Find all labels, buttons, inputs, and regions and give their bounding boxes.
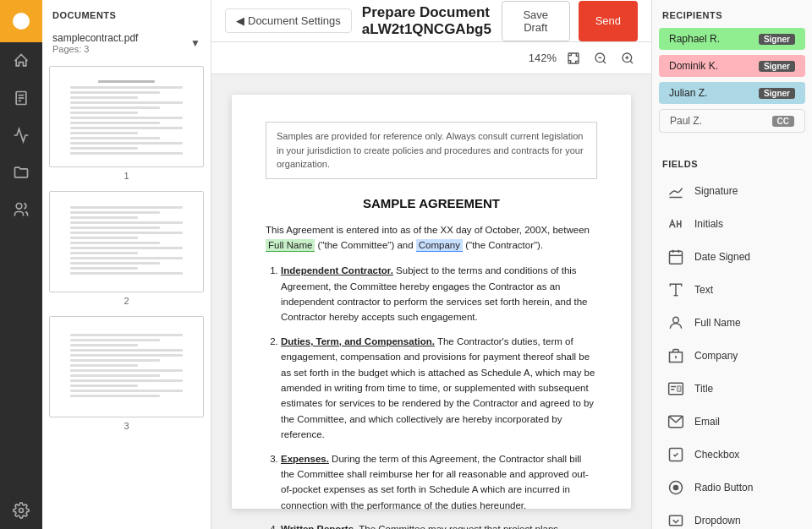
company-field[interactable]: Company bbox=[416, 239, 463, 252]
doc-page: Samples are provided for reference only.… bbox=[232, 95, 631, 509]
field-checkbox-label: Checkbox bbox=[694, 449, 739, 461]
date-signed-icon bbox=[666, 247, 686, 267]
recipient-dominik-name: Dominik K. bbox=[669, 60, 718, 72]
field-text[interactable]: Text bbox=[656, 274, 809, 306]
svg-rect-7 bbox=[568, 53, 579, 63]
field-email-label: Email bbox=[694, 416, 720, 428]
full-name-field[interactable]: Full Name bbox=[266, 239, 315, 252]
section-3-title: Expenses. bbox=[281, 454, 329, 464]
text-icon bbox=[666, 280, 686, 300]
field-signature[interactable]: Signature bbox=[656, 175, 809, 207]
recipient-paul[interactable]: Paul Z. CC bbox=[659, 109, 805, 133]
section-2: Duties, Term, and Compensation. The Cont… bbox=[281, 334, 597, 443]
doc-main-title: SAMPLE AGREEMENT bbox=[266, 196, 597, 210]
thumbnail-2-label: 2 bbox=[49, 296, 204, 306]
fields-section: Signature Initials Date Signed bbox=[652, 174, 812, 529]
thumbnail-3[interactable]: 3 bbox=[49, 316, 204, 431]
nav-people[interactable] bbox=[0, 191, 42, 228]
top-bar-actions: Save Draft Send bbox=[502, 1, 638, 41]
nav-document[interactable] bbox=[0, 79, 42, 117]
people-icon bbox=[13, 201, 30, 218]
nav-chart[interactable] bbox=[0, 117, 42, 154]
doc-page-count: Pages: 3 bbox=[52, 44, 138, 54]
notice-box: Samples are provided for reference only.… bbox=[266, 122, 597, 179]
chart-icon bbox=[13, 127, 30, 144]
recipient-raphael-name: Raphael R. bbox=[669, 33, 720, 45]
send-button[interactable]: Send bbox=[579, 1, 638, 41]
checkbox-icon bbox=[666, 444, 686, 465]
svg-rect-19 bbox=[670, 251, 683, 264]
recipient-dominik[interactable]: Dominik K. Signer bbox=[659, 55, 805, 77]
field-checkbox[interactable]: Checkbox bbox=[656, 439, 809, 471]
radio-icon bbox=[666, 477, 686, 498]
field-title[interactable]: Title bbox=[656, 373, 809, 405]
svg-point-25 bbox=[673, 317, 679, 323]
document-content-area[interactable]: Samples are provided for reference only.… bbox=[211, 74, 651, 529]
document-icon bbox=[13, 90, 30, 106]
svg-point-6 bbox=[19, 509, 24, 513]
thumbnail-3-label: 3 bbox=[49, 421, 204, 431]
svg-rect-36 bbox=[670, 515, 683, 526]
document-sections: Independent Contractor. Subject to the t… bbox=[266, 263, 597, 529]
nav-settings-group[interactable] bbox=[0, 492, 42, 529]
email-icon bbox=[666, 412, 686, 432]
recipient-julian[interactable]: Julian Z. Signer bbox=[659, 82, 805, 104]
field-dropdown[interactable]: Dropdown bbox=[656, 504, 809, 529]
zoom-in-button[interactable] bbox=[617, 50, 638, 67]
section-4-title: Written Reports. bbox=[281, 524, 356, 529]
thumbnails-list: 1 2 bbox=[42, 59, 211, 529]
zoom-in-icon bbox=[621, 52, 634, 65]
recipient-dominik-badge: Signer bbox=[759, 61, 795, 72]
doc-file-info: samplecontract.pdf Pages: 3 ▼ bbox=[42, 27, 211, 59]
back-chevron-icon: ◀ bbox=[236, 14, 244, 27]
fit-icon bbox=[567, 52, 580, 65]
back-to-settings-button[interactable]: ◀ Document Settings bbox=[225, 8, 352, 33]
fields-header: FIELDS bbox=[652, 149, 812, 174]
field-radio[interactable]: Radio Button bbox=[656, 472, 809, 504]
svg-point-0 bbox=[13, 13, 30, 30]
field-initials[interactable]: Initials bbox=[656, 208, 809, 240]
field-date-signed[interactable]: Date Signed bbox=[656, 241, 809, 273]
company-icon bbox=[666, 346, 686, 366]
initials-icon bbox=[666, 214, 686, 234]
title-icon bbox=[666, 379, 686, 399]
home-icon bbox=[13, 52, 30, 69]
thumbnail-2[interactable]: 2 bbox=[49, 191, 204, 306]
thumbnail-1[interactable]: 1 bbox=[49, 66, 204, 181]
app-logo[interactable] bbox=[0, 0, 42, 42]
field-company[interactable]: Company bbox=[656, 340, 809, 372]
svg-line-9 bbox=[603, 61, 606, 63]
section-2-title: Duties, Term, and Compensation. bbox=[281, 336, 435, 346]
back-button-label: Document Settings bbox=[248, 14, 341, 27]
zoom-out-icon bbox=[594, 52, 607, 65]
field-email[interactable]: Email bbox=[656, 406, 809, 438]
svg-point-5 bbox=[16, 204, 22, 210]
left-sidebar bbox=[0, 0, 42, 529]
section-3: Expenses. During the term of this Agreem… bbox=[281, 451, 597, 514]
recipient-paul-badge: CC bbox=[772, 116, 794, 127]
doc-dropdown-btn[interactable]: ▼ bbox=[190, 37, 200, 49]
settings-group-icon bbox=[13, 502, 30, 519]
nav-home[interactable] bbox=[0, 42, 42, 79]
zoom-level: 142% bbox=[529, 52, 557, 64]
signature-icon bbox=[666, 181, 686, 201]
field-full-name[interactable]: Full Name bbox=[656, 307, 809, 339]
field-signature-label: Signature bbox=[694, 185, 738, 197]
save-draft-button[interactable]: Save Draft bbox=[502, 1, 570, 41]
field-title-label: Title bbox=[694, 383, 713, 395]
section-2-text: The Contractor's duties, term of engagem… bbox=[281, 336, 595, 439]
folder-icon bbox=[13, 164, 30, 181]
svg-point-35 bbox=[673, 485, 679, 491]
main-area: ◀ Document Settings Prepare Document aLW… bbox=[211, 0, 651, 529]
fit-page-button[interactable] bbox=[563, 50, 584, 67]
nav-folder[interactable] bbox=[0, 154, 42, 191]
thumbnail-1-label: 1 bbox=[49, 171, 204, 181]
recipients-header: RECIPIENTS bbox=[652, 0, 812, 25]
svg-line-12 bbox=[630, 61, 633, 63]
zoom-out-button[interactable] bbox=[590, 50, 611, 67]
logo-icon bbox=[11, 11, 31, 31]
dropdown-icon bbox=[666, 510, 686, 529]
section-1: Independent Contractor. Subject to the t… bbox=[281, 263, 597, 325]
documents-panel: Documents samplecontract.pdf Pages: 3 ▼ bbox=[42, 0, 211, 529]
recipient-raphael[interactable]: Raphael R. Signer bbox=[659, 28, 805, 50]
